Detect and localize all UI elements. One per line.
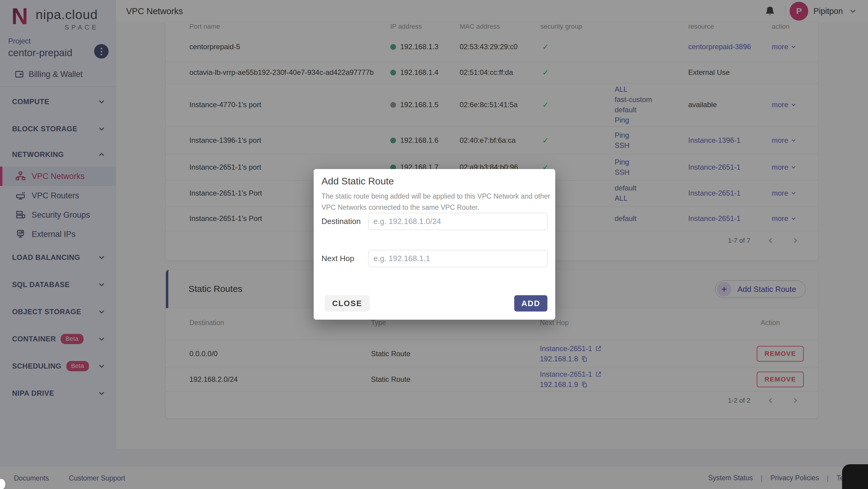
next-hop-label: Next Hop (321, 254, 354, 263)
modal-description: The static route being added will be app… (321, 191, 551, 213)
add-static-route-modal: Add Static Route The static route being … (314, 169, 555, 320)
destination-input[interactable] (368, 213, 548, 230)
destination-label: Destination (321, 217, 361, 226)
add-button[interactable]: ADD (514, 295, 548, 312)
close-button[interactable]: CLOSE (324, 295, 370, 312)
modal-title: Add Static Route (321, 176, 394, 187)
page: N nipa.cloud SPACE Project centor-prepai… (0, 0, 868, 489)
next-hop-input[interactable] (368, 250, 548, 267)
chat-widget[interactable] (842, 464, 868, 489)
